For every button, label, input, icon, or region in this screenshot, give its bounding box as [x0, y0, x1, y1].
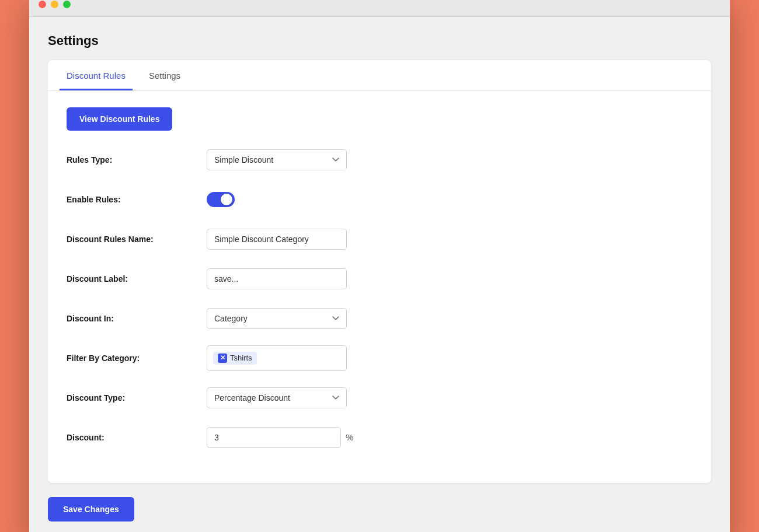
- discount-input[interactable]: [207, 427, 341, 448]
- percent-symbol: %: [346, 432, 353, 442]
- discount-input-group: %: [207, 427, 353, 448]
- toggle-thumb: [221, 194, 232, 205]
- page-title: Settings: [48, 33, 711, 48]
- tab-discount-rules[interactable]: Discount Rules: [60, 60, 133, 90]
- rules-type-select[interactable]: Simple Discount Percentage Discount Fixe…: [207, 149, 347, 170]
- discount-in-row: Discount In: Category Product Cart: [67, 306, 692, 331]
- tab-settings[interactable]: Settings: [142, 60, 187, 90]
- card-body: View Discount Rules Rules Type: Simple D…: [48, 91, 711, 483]
- discount-in-select[interactable]: Category Product Cart: [207, 308, 347, 329]
- close-icon[interactable]: [39, 1, 46, 8]
- app-window: Settings Discount Rules Settings View Di…: [29, 0, 730, 532]
- save-changes-button[interactable]: Save Changes: [48, 497, 134, 522]
- view-discount-rules-button[interactable]: View Discount Rules: [67, 107, 172, 131]
- discount-rules-name-label: Discount Rules Name:: [67, 235, 207, 244]
- remove-tag-button[interactable]: ✕: [218, 354, 227, 363]
- discount-in-label: Discount In:: [67, 314, 207, 323]
- tag-label: Tshirts: [230, 354, 252, 362]
- discount-type-label: Discount Type:: [67, 393, 207, 402]
- enable-rules-toggle[interactable]: [207, 192, 235, 207]
- category-tag: ✕ Tshirts: [213, 352, 257, 365]
- tabs-bar: Discount Rules Settings: [48, 60, 711, 91]
- discount-label-field: Discount:: [67, 433, 207, 442]
- rules-type-row: Rules Type: Simple Discount Percentage D…: [67, 147, 692, 173]
- discount-row: Discount: %: [67, 425, 692, 450]
- filter-by-category-row: Filter By Category: ✕ Tshirts: [67, 345, 692, 371]
- enable-rules-row: Enable Rules:: [67, 187, 692, 212]
- enable-rules-label: Enable Rules:: [67, 195, 207, 204]
- discount-label-label: Discount Label:: [67, 274, 207, 284]
- minimize-icon[interactable]: [51, 1, 58, 8]
- discount-label-row: Discount Label:: [67, 266, 692, 292]
- maximize-icon[interactable]: [63, 1, 71, 8]
- toggle-track[interactable]: [207, 192, 235, 207]
- rules-type-label: Rules Type:: [67, 155, 207, 164]
- discount-label-input[interactable]: [207, 268, 347, 289]
- filter-by-category-label: Filter By Category:: [67, 354, 207, 363]
- filter-by-category-input[interactable]: ✕ Tshirts: [207, 345, 347, 371]
- main-card: Discount Rules Settings View Discount Ru…: [48, 60, 711, 483]
- discount-type-select[interactable]: Percentage Discount Fixed Discount Buy X…: [207, 387, 347, 408]
- titlebar: [29, 0, 730, 17]
- window-body: Settings Discount Rules Settings View Di…: [29, 17, 730, 533]
- discount-type-row: Discount Type: Percentage Discount Fixed…: [67, 385, 692, 411]
- discount-rules-name-input[interactable]: [207, 229, 347, 250]
- discount-rules-name-row: Discount Rules Name:: [67, 226, 692, 252]
